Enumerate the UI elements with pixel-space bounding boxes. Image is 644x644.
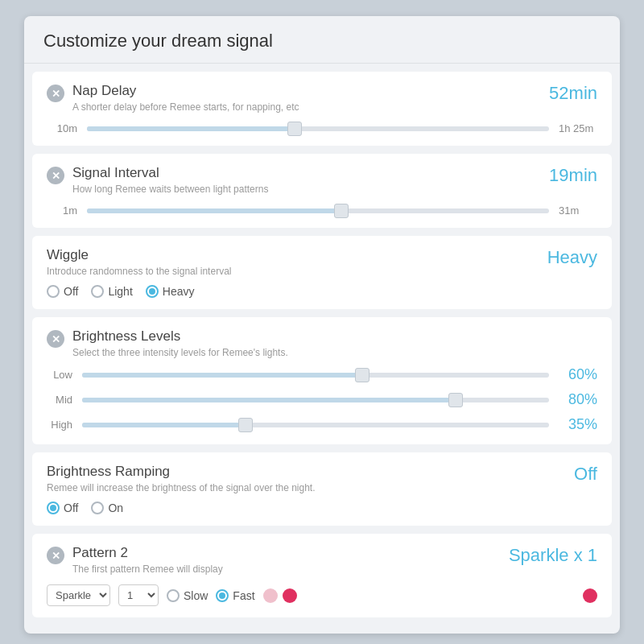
signal-interval-subtitle: How long Remee waits between light patte… <box>72 184 268 195</box>
pattern2-color-accent-dot[interactable] <box>583 588 597 603</box>
signal-interval-title: Signal Interval <box>72 165 268 181</box>
pattern2-slow-option[interactable]: Slow <box>167 589 208 602</box>
brightness-mid-track[interactable] <box>82 398 549 402</box>
brightness-high-thumb[interactable] <box>238 418 253 432</box>
signal-interval-slider-row: 1m 31m <box>47 204 597 217</box>
brightness-low-track[interactable] <box>82 373 549 378</box>
brightness-close-icon[interactable]: ✕ <box>47 330 64 348</box>
brightness-rows: Low 60% Mid 80% High <box>47 366 597 433</box>
nap-delay-close-icon[interactable]: ✕ <box>47 85 64 102</box>
ramping-on-radio[interactable] <box>91 502 104 514</box>
wiggle-heavy-label: Heavy <box>163 285 195 298</box>
nap-delay-title: Nap Delay <box>72 83 299 99</box>
nap-delay-value: 52min <box>549 83 597 104</box>
brightness-low-label: Low <box>47 369 72 381</box>
nap-delay-subtitle: A shorter delay before Remee starts, for… <box>72 101 299 113</box>
pattern2-sparkle-select[interactable]: Sparkle <box>47 584 110 606</box>
brightness-ramping-section: Brightness Ramping Remee will increase t… <box>32 452 612 526</box>
pattern2-value: Sparkle x 1 <box>509 545 597 566</box>
signal-interval-max-label: 31m <box>559 204 597 217</box>
ramping-off-option[interactable]: Off <box>47 502 78 514</box>
ramping-on-label: On <box>108 502 123 514</box>
pattern2-fast-label: Fast <box>233 589 254 602</box>
signal-interval-close-icon[interactable]: ✕ <box>47 167 64 184</box>
brightness-high-value: 35% <box>559 416 597 433</box>
pattern2-slow-radio[interactable] <box>167 589 180 602</box>
nap-delay-max-label: 1h 25m <box>559 122 597 134</box>
brightness-levels-section: ✕ Brightness Levels Select the three int… <box>32 317 612 444</box>
ramping-off-label: Off <box>64 502 78 514</box>
brightness-ramping-value: Off <box>574 464 597 485</box>
nap-delay-min-label: 10m <box>47 122 77 134</box>
pattern2-count-select[interactable]: 1 2 3 <box>118 584 159 606</box>
brightness-low-row: Low 60% <box>47 366 597 383</box>
nap-delay-track[interactable] <box>87 126 549 131</box>
brightness-low-value: 60% <box>559 366 597 383</box>
brightness-mid-label: Mid <box>47 394 72 406</box>
brightness-levels-title: Brightness Levels <box>72 328 288 345</box>
pattern2-subtitle: The first pattern Remee will display <box>72 564 223 575</box>
brightness-ramping-subtitle: Remee will increase the brightness of th… <box>47 482 316 493</box>
pattern2-color-group <box>263 588 297 603</box>
wiggle-subtitle: Introduce randomness to the signal inter… <box>47 266 231 277</box>
nap-delay-section: ✕ Nap Delay A shorter delay before Remee… <box>32 72 612 146</box>
wiggle-light-radio[interactable] <box>91 285 104 298</box>
signal-interval-value: 19min <box>549 165 597 186</box>
brightness-high-label: High <box>47 419 72 431</box>
wiggle-off-label: Off <box>64 285 78 298</box>
pattern2-title: Pattern 2 <box>72 545 223 561</box>
brightness-ramping-title: Brightness Ramping <box>47 464 316 480</box>
wiggle-value: Heavy <box>547 247 597 268</box>
wiggle-light-label: Light <box>108 285 132 298</box>
brightness-low-thumb[interactable] <box>355 368 369 382</box>
wiggle-heavy-option[interactable]: Heavy <box>146 285 195 298</box>
wiggle-off-radio[interactable] <box>47 285 60 298</box>
brightness-mid-value: 80% <box>559 391 597 408</box>
wiggle-radio-group: Off Light Heavy <box>47 285 597 298</box>
pattern2-fast-option[interactable]: Fast <box>216 589 254 602</box>
brightness-mid-thumb[interactable] <box>448 393 463 407</box>
brightness-mid-row: Mid 80% <box>47 391 597 408</box>
pattern2-color-dark-dot[interactable] <box>283 588 297 603</box>
wiggle-title: Wiggle <box>47 247 231 263</box>
nap-delay-fill <box>87 126 295 131</box>
nap-delay-thumb[interactable] <box>287 122 302 136</box>
main-card: Customize your dream signal ✕ Nap Delay … <box>24 16 620 634</box>
pattern2-color-light-dot[interactable] <box>263 588 278 603</box>
brightness-levels-subtitle: Select the three intensity levels for Re… <box>72 347 288 358</box>
page-title: Customize your dream signal <box>24 16 620 64</box>
signal-interval-track[interactable] <box>87 208 549 213</box>
ramping-on-option[interactable]: On <box>91 502 123 514</box>
wiggle-light-option[interactable]: Light <box>91 285 132 298</box>
nap-delay-slider-row: 10m 1h 25m <box>47 122 597 134</box>
pattern2-section: ✕ Pattern 2 The first pattern Remee will… <box>32 534 612 617</box>
signal-interval-section: ✕ Signal Interval How long Remee waits b… <box>32 154 612 228</box>
pattern2-slow-label: Slow <box>184 589 208 602</box>
pattern2-fast-radio[interactable] <box>216 589 229 602</box>
brightness-high-row: High 35% <box>47 416 597 433</box>
wiggle-heavy-radio[interactable] <box>146 285 159 298</box>
wiggle-section: Wiggle Introduce randomness to the signa… <box>32 236 612 309</box>
pattern2-close-icon[interactable]: ✕ <box>47 547 64 564</box>
brightness-high-fill <box>82 423 246 427</box>
signal-interval-thumb[interactable] <box>334 204 349 218</box>
brightness-low-fill <box>82 373 362 378</box>
ramping-radio-group: Off On <box>47 502 597 514</box>
brightness-high-track[interactable] <box>82 423 549 427</box>
wiggle-off-option[interactable]: Off <box>47 285 78 298</box>
brightness-mid-fill <box>82 398 456 402</box>
signal-interval-min-label: 1m <box>47 204 77 217</box>
pattern2-controls: Sparkle 1 2 3 Slow Fast <box>47 584 597 606</box>
ramping-off-radio[interactable] <box>47 502 60 514</box>
signal-interval-fill <box>87 208 341 213</box>
